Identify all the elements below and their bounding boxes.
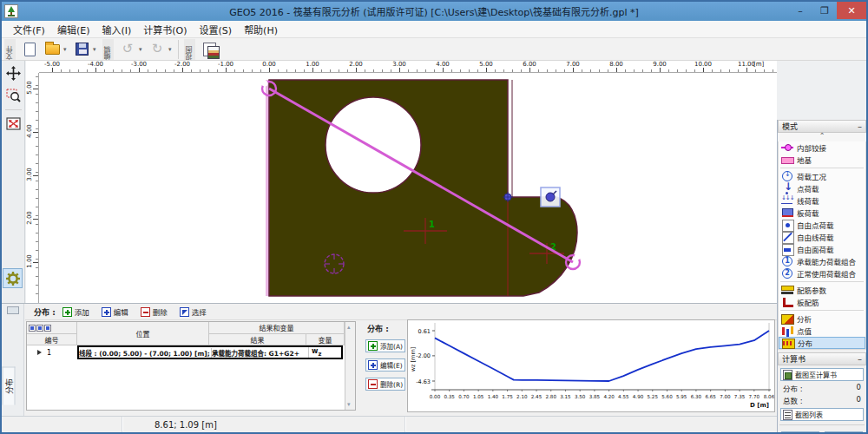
undo-dropdown-arrow[interactable]: ▾	[139, 46, 146, 53]
add-distribution-toolbar-button[interactable]: 添加	[62, 306, 89, 317]
open-dropdown-arrow[interactable]: ▾	[63, 46, 70, 53]
row-position: 线段 : (0.00; 5.00) - (7.00; 1.00) [m]; 承载…	[79, 348, 211, 358]
ruler-tick	[33, 132, 38, 133]
col-result-header[interactable]: 结果	[209, 334, 306, 345]
mode-item-free-point-load[interactable]: 自由点荷载	[779, 219, 865, 231]
zoom-window-button[interactable]	[3, 86, 23, 106]
add-distribution-button[interactable]: 添加(A)	[365, 339, 405, 352]
report-panel-header[interactable]: 计算书 –	[778, 352, 866, 365]
side-buttons-label: 分布 :	[367, 323, 405, 334]
redo-dropdown-arrow[interactable]: ▾	[168, 46, 175, 53]
mode-item-internal-hinge[interactable]: 内部铰接	[779, 141, 865, 154]
redo-button[interactable]: ↻	[147, 39, 168, 60]
report-panel: 计算书 – 截图至计算书 分布 : 0 总数 : 0 截图列表	[778, 352, 866, 434]
slab-with-hole-shape[interactable]	[269, 80, 577, 296]
mode-item-free-line-load[interactable]: 自由线荷载	[779, 231, 865, 243]
mode-item-sls-combination[interactable]: 正常使用荷载组合	[779, 267, 865, 279]
menu-item[interactable]: 编辑(E)	[51, 21, 96, 38]
menu-item[interactable]: 输入(I)	[95, 21, 137, 38]
panel-collapse-button[interactable]	[7, 306, 19, 314]
chart-svg: 0.61-2.00-4.630.000.350.701.051.401.752.…	[408, 320, 774, 411]
drawing-canvas[interactable]: -5.00-4.00-3.00-2.00-1.000.001.002.003.0…	[26, 61, 777, 303]
mode-panel-header[interactable]: 模式 –	[778, 120, 866, 133]
bottom-tab-strip: 分布	[2, 304, 24, 417]
mode-item-label: 荷载工况	[797, 171, 826, 181]
col-number-header[interactable]: 编号	[27, 334, 77, 345]
row-number-cell[interactable]: 1	[27, 345, 77, 359]
tab-distribution[interactable]: 分布	[3, 367, 16, 405]
maximize-button[interactable]: ❐	[812, 2, 837, 19]
mode-item-uls-combination[interactable]: 承载能力荷载组合	[779, 255, 865, 267]
save-file-button[interactable]	[71, 39, 92, 60]
col-results-vars-header[interactable]: 结果和变量	[209, 322, 345, 334]
mode-item-subsoil[interactable]: 地基	[779, 154, 865, 166]
col-position-header[interactable]: 位置	[77, 322, 209, 345]
ruler-tick	[33, 175, 38, 176]
model-drawing[interactable]: 1 2	[39, 73, 777, 303]
table-tool-icon-2[interactable]	[36, 325, 43, 332]
mode-item-label: 板配筋	[797, 297, 819, 307]
new-file-button[interactable]	[19, 39, 40, 60]
menu-item[interactable]: 帮助(H)	[238, 21, 284, 38]
slab-rebar-icon	[781, 297, 794, 308]
copy-picture-button[interactable]	[199, 39, 220, 60]
distribution-count-row: 分布 : 0	[778, 381, 866, 393]
internal-hinge-icon	[781, 142, 794, 154]
undo-button[interactable]: ↺	[117, 39, 138, 60]
toolbar-button-label: 选择	[192, 306, 207, 317]
scroll-up-icon[interactable]: ▴	[347, 324, 351, 331]
zoom-extents-button[interactable]	[3, 114, 23, 134]
distribution-table[interactable]: 位置 结果和变量 编号 结果 变量 1 线段 : (0.00; 5.00) - …	[26, 321, 356, 411]
total-count-label: 总数 :	[783, 395, 803, 405]
mode-item-point-values[interactable]: 点值	[779, 325, 865, 337]
mode-scroll-up[interactable]: ⌃	[778, 133, 866, 141]
visualization-settings-button[interactable]	[3, 268, 23, 288]
pan-tool-button[interactable]	[3, 63, 23, 83]
view-tool-strip	[2, 61, 25, 303]
scroll-down-icon[interactable]: ▾	[347, 401, 351, 408]
toolbar-button-label: 添加	[75, 306, 89, 317]
mode-item-point-load[interactable]: 点荷载	[779, 182, 865, 194]
edit-distribution-toolbar-button[interactable]: 编辑	[102, 306, 128, 317]
open-file-button[interactable]	[42, 39, 62, 60]
delete-distribution-toolbar-button[interactable]: 删除	[141, 306, 168, 317]
menu-item[interactable]: 设置(S)	[194, 21, 239, 38]
mode-separator	[780, 168, 864, 168]
save-dropdown-arrow[interactable]: ▾	[93, 46, 100, 53]
mode-item-distribution[interactable]: 分布	[779, 337, 865, 349]
title-bar[interactable]: GEO5 2016 - 筏基有限元分析 (试用版许可证) [C:\Users\建…	[2, 2, 866, 21]
mode-item-free-area-load[interactable]: 自由面荷载	[779, 243, 865, 255]
table-scrollbar[interactable]: ▴ ▾	[345, 322, 355, 410]
screenshot-list-button[interactable]: 截图列表	[780, 408, 864, 421]
mode-item-line-load[interactable]: 线荷载	[779, 194, 865, 207]
ruler-tick	[399, 68, 400, 72]
select-distribution-toolbar-button[interactable]: 选择	[180, 306, 207, 317]
free-point-load-marker[interactable]	[541, 187, 560, 207]
edit-distribution-button[interactable]: 编辑(E)	[365, 358, 405, 372]
mode-item-rebar-parameters[interactable]: 配筋参数	[779, 284, 865, 296]
ruler-label: 2.00	[26, 206, 33, 230]
distribution-icon	[782, 338, 795, 349]
mode-item-label: 自由点荷载	[797, 220, 834, 230]
screenshot-to-report-button[interactable]: 截图至计算书	[780, 368, 864, 381]
close-button[interactable]: ✕	[837, 2, 866, 19]
table-row[interactable]: 线段 : (0.00; 5.00) - (7.00; 1.00) [m]; 承载…	[77, 345, 343, 359]
mode-item-label: 配筋参数	[797, 285, 826, 295]
mode-item-slab-rebar[interactable]: 板配筋	[779, 296, 865, 308]
table-tool-icon-3[interactable]	[44, 325, 51, 332]
report-collapse-icon[interactable]: –	[858, 354, 862, 364]
mode-collapse-icon[interactable]: –	[858, 122, 862, 131]
x-tick-label: 4.55	[618, 394, 629, 399]
menu-item[interactable]: 文件(F)	[7, 21, 51, 38]
row-expand-icon[interactable]	[37, 350, 42, 355]
toolbar-button-label: 删除	[153, 306, 168, 317]
minimize-button[interactable]: –	[788, 2, 812, 19]
mode-item-slab-load[interactable]: 板荷载	[779, 207, 865, 219]
mode-item-analysis[interactable]: 分析	[779, 312, 865, 325]
x-tick-label: 7.00	[720, 394, 731, 399]
table-tool-icon-1[interactable]	[29, 325, 36, 332]
delete-distribution-button[interactable]: 删除(R)	[365, 378, 405, 391]
ruler-tick	[616, 68, 617, 72]
menu-item[interactable]: 计算书(O)	[137, 21, 193, 38]
col-variable-header[interactable]: 变量	[306, 334, 345, 345]
